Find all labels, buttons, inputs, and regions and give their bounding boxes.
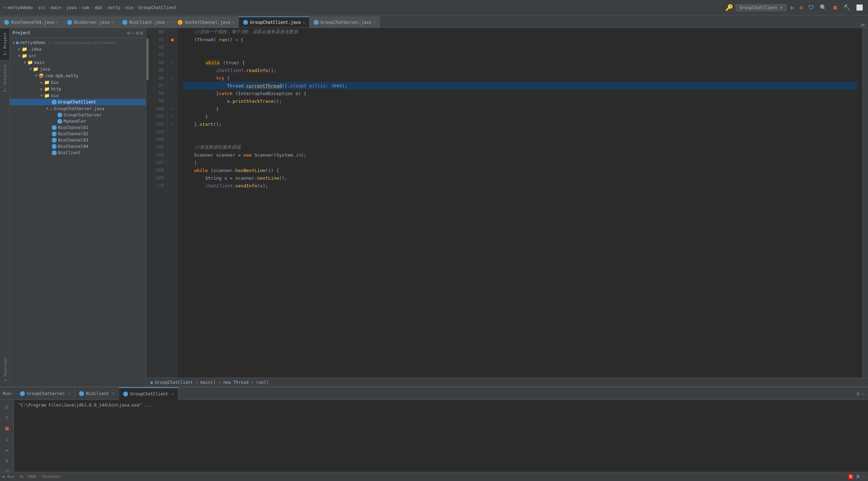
tree-item-groupchatserver-folder[interactable]: ▼ ☕ GroupChatServer.java	[10, 105, 146, 112]
scroll-down-button[interactable]: ↓	[5, 435, 9, 443]
status-todo-tab[interactable]: 6: TODO	[20, 474, 36, 479]
tree-item-niochannel01[interactable]: NioChannel01	[10, 124, 146, 131]
stop-run-button[interactable]: ⏹	[3, 424, 10, 432]
ln-101: 101	[149, 113, 164, 120]
ln-107: 107	[149, 159, 164, 166]
bottom-tab-groupchatserver[interactable]: GroupChatServer ✕	[16, 387, 75, 400]
code-107-cursor: |	[183, 160, 197, 165]
project-tree-toolbar: ⚙ — ⚙ ⊟	[127, 30, 143, 36]
tab-close-groupchatserver[interactable]: ✕	[373, 20, 375, 24]
tree-item-com-dpb-netty[interactable]: ▼ 📦 com.dpb.netty	[10, 72, 146, 79]
code-line-94: while (true) {	[183, 59, 857, 66]
tree-item-http[interactable]: ▶ 📁 http	[10, 86, 146, 92]
tree-label-groupchatclient: GroupChatClient	[58, 100, 96, 105]
tab-label-niochannel04: NioChannel04.java	[11, 20, 54, 25]
tree-label-com-dpb-netty: com.dpb.netty	[45, 73, 78, 78]
project-tree-header: Project ⚙ — ⚙ ⊟	[10, 28, 146, 38]
rerun-button[interactable]: ↺	[5, 403, 9, 411]
side-tab-favorites[interactable]: ★ Favorites	[0, 353, 9, 387]
scroll-up-button[interactable]: ↑	[5, 414, 9, 422]
tab-socketchannel[interactable]: SocketChannel.java ✕	[173, 16, 239, 28]
bottom-tab-label-groupchatclient: GroupChatClient	[130, 392, 168, 396]
tab-icon-nioclient	[122, 20, 127, 25]
status-run-tab[interactable]: ▶ Run	[3, 474, 14, 479]
tree-item-myhandler[interactable]: MyHandler	[10, 118, 146, 124]
bottom-tab-close-groupchatclient[interactable]: ✕	[172, 392, 174, 396]
stop-button[interactable]: ⏹	[831, 3, 839, 12]
breadcrumb-icon: ⚡	[3, 5, 6, 10]
tree-item-bio[interactable]: ▶ 📁 bio	[10, 79, 146, 86]
download-button[interactable]: ⬇	[5, 457, 9, 465]
tree-item-nioclient[interactable]: NioClient	[10, 150, 146, 156]
code-line-95: chatClient.readInfo();	[183, 66, 857, 74]
ln-108: 108	[149, 166, 164, 174]
code-container[interactable]: 90 91 92 93 94 95 96 97 98 99 100 101 10…	[146, 28, 868, 378]
tab-groupchatserver[interactable]: GroupChatServer.java ✕	[310, 16, 380, 28]
tab-close-groupchatclient[interactable]: ✕	[303, 21, 305, 24]
gutter-106	[167, 151, 178, 159]
tree-item-netty4demo[interactable]: ▼ ■ netty4demo C:\tools\workspace\netty4…	[10, 40, 146, 46]
editor-tab-bar: NioChannel04.java ✕ NioServer.java ✕ Nio…	[0, 15, 868, 28]
tab-icon-groupchatserver	[314, 20, 319, 25]
tab-groupchatclient[interactable]: GroupChatClient.java ✕	[239, 16, 310, 28]
settings-icon[interactable]: ⬜	[855, 3, 865, 12]
tree-item-groupchatserver[interactable]: GroupChatServer	[10, 112, 146, 118]
breadcrumb-com: com	[82, 5, 90, 10]
gutter-101: ◁	[167, 113, 178, 120]
tree-toolbar-settings[interactable]: ⚙	[136, 30, 138, 36]
run-button[interactable]: ▶	[789, 3, 796, 12]
tree-item-idea[interactable]: ▶ 📁 .idea	[10, 46, 146, 52]
tree-item-src[interactable]: ▼ 📁 src	[10, 52, 146, 59]
run-config-dropdown[interactable]: GroupChatClient ▾	[736, 4, 787, 11]
debug-icon[interactable]: ⚙	[798, 3, 804, 12]
side-tab-project[interactable]: 1: Project	[0, 28, 9, 60]
right-scrollbar[interactable]	[862, 28, 868, 378]
status-terminal-tab[interactable]: Terminal	[42, 474, 60, 479]
tree-label-main: main	[34, 60, 44, 65]
gutter-arrow-100: ◁	[171, 106, 173, 111]
tree-toolbar-options[interactable]: ⊟	[140, 30, 143, 36]
tree-item-nio[interactable]: ▼ 📁 nio	[10, 92, 146, 99]
tab-nioserver[interactable]: NioServer.java ✕	[63, 16, 118, 28]
gutter-96: ◁	[167, 74, 178, 82]
fold-button[interactable]: ⇔	[5, 446, 9, 454]
tab-close-socketchannel[interactable]: ✕	[232, 20, 234, 24]
tab-close-nioserver[interactable]: ✕	[112, 20, 114, 24]
tree-item-niochannel02[interactable]: NioChannel02	[10, 131, 146, 137]
tree-item-java[interactable]: ▼ 📁 java	[10, 66, 146, 72]
tree-item-main[interactable]: ▼ 📁 main	[10, 59, 146, 66]
tree-toolbar-collapse[interactable]: —	[131, 30, 134, 36]
scrollbar-thumb[interactable]	[147, 38, 149, 80]
tree-item-niochannel04[interactable]: NioChannel04	[10, 143, 146, 150]
code-lines[interactable]: //启动一个线程，每个3秒，读取从服务器发送数据 (Thread) run() …	[178, 28, 862, 378]
tab-label-groupchatserver: GroupChatServer.java	[321, 20, 371, 25]
print-button[interactable]: 🖨	[3, 468, 10, 472]
bottom-tab-groupchatclient[interactable]: GroupChatClient ✕	[119, 387, 178, 400]
chevron-bio: ▶	[41, 80, 43, 84]
tab-overflow-button[interactable]: ≫	[857, 22, 868, 28]
tree-label-http: http	[51, 87, 61, 92]
bottom-tab-label-groupchatserver: GroupChatServer	[27, 391, 65, 396]
sougou-icon: S	[848, 474, 853, 479]
bottom-tab-close-groupchatserver[interactable]: ✕	[68, 392, 70, 395]
bottom-minimize-icon[interactable]: —	[862, 391, 865, 396]
bottom-tab-close-nioclient[interactable]: ✕	[112, 392, 114, 395]
coverage-icon[interactable]: 🛡	[807, 3, 816, 12]
tab-niochannel04[interactable]: NioChannel04.java ✕	[0, 16, 63, 28]
bottom-tab-icon-groupchatserver	[20, 391, 25, 396]
code-line-102: }.start();	[183, 120, 857, 128]
tree-item-niochannel03[interactable]: NioChannel03	[10, 137, 146, 143]
tree-label-niochannel01: NioChannel01	[58, 125, 88, 130]
profile-icon[interactable]: 🔍	[818, 3, 828, 12]
gutter-110	[167, 182, 178, 189]
bottom-tab-nioclient[interactable]: NioClient ✕	[75, 387, 119, 400]
tab-close-nioclient[interactable]: ✕	[167, 20, 169, 24]
tree-toolbar-gear[interactable]: ⚙	[127, 30, 130, 36]
side-tab-structure[interactable]: 2: Structure	[0, 60, 9, 96]
tab-nioclient[interactable]: NioClient.java ✕	[118, 16, 173, 28]
tab-close-niochannel04[interactable]: ✕	[56, 20, 58, 24]
ln-106: 106	[149, 151, 164, 159]
bottom-settings-icon[interactable]: ⚙	[856, 391, 859, 396]
tree-item-groupchatclient[interactable]: GroupChatClient	[10, 99, 146, 105]
build-icon[interactable]: 🔨	[842, 3, 852, 12]
